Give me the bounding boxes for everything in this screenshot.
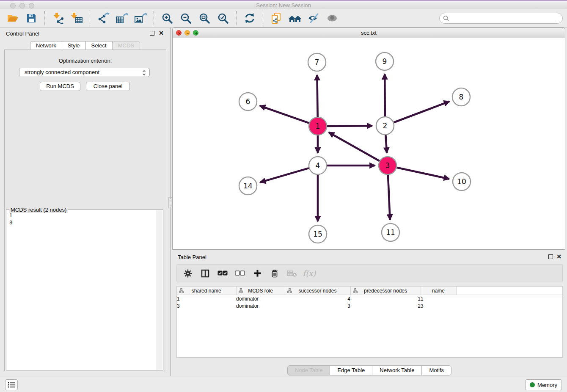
result-scrollbar[interactable] (157, 210, 162, 370)
column-tree-icon (287, 288, 292, 294)
column-header-mcds-role[interactable]: MCDS role (236, 287, 285, 295)
maximize-network-icon[interactable] (193, 30, 198, 36)
tab-node-table[interactable]: Node Table (287, 365, 330, 375)
task-history-button[interactable] (5, 379, 18, 390)
graph-node-4[interactable]: 4 (309, 157, 327, 174)
zoom-out-icon[interactable] (178, 11, 193, 25)
mcds-result-item: 1 (9, 212, 156, 219)
show-visual-properties-icon[interactable] (325, 11, 340, 25)
tab-network[interactable]: Network (30, 41, 62, 50)
minimize-window-icon[interactable] (19, 3, 25, 8)
import-network-icon[interactable] (50, 11, 66, 25)
status-bar: Memory (0, 376, 567, 392)
graph-node-10[interactable]: 10 (453, 173, 471, 190)
graph-edge-4-14[interactable] (260, 168, 309, 182)
graph-edge-3-11[interactable] (388, 175, 390, 220)
network-canvas[interactable]: 7968124314101511 (173, 38, 565, 249)
application-window: Session: New Session (0, 0, 567, 392)
graph-edge-2-9[interactable] (385, 74, 385, 116)
clone-network-icon[interactable] (269, 11, 284, 25)
export-network-icon[interactable] (96, 11, 111, 25)
column-header-name[interactable]: name (421, 287, 456, 295)
table-row[interactable]: 1 dominator 4 1 1 (177, 295, 562, 303)
mcds-result-group: MCDS result (2 nodes) 1 3 (6, 210, 163, 370)
tab-style[interactable]: Style (62, 41, 86, 50)
network-graph[interactable]: 7968124314101511 (173, 38, 565, 249)
svg-text:10: 10 (457, 177, 466, 186)
export-image-icon[interactable] (133, 11, 148, 25)
zoom-selected-icon[interactable] (215, 11, 231, 25)
toolbar-separator (90, 11, 90, 25)
graph-node-11[interactable]: 11 (382, 224, 399, 241)
export-table-icon[interactable] (114, 11, 129, 25)
table-panel-title: Table Panel (178, 254, 206, 260)
search-input[interactable] (451, 15, 562, 22)
apply-layout-icon[interactable] (242, 11, 257, 25)
svg-text:4: 4 (316, 161, 320, 170)
control-panel: Control Panel ✕ NetworkStyleSelectMCDS O… (0, 28, 171, 376)
hide-visual-properties-icon[interactable] (306, 11, 321, 25)
save-session-icon[interactable] (24, 11, 39, 25)
table-row[interactable]: 3 dominator 3 2 3 (177, 302, 562, 309)
column-tree-icon (179, 288, 184, 294)
add-row-icon[interactable] (252, 268, 262, 279)
graph-edge-2-8[interactable] (394, 102, 449, 123)
column-header-successor-nodes[interactable]: successor nodes (285, 287, 350, 295)
column-header-shared-name[interactable]: shared name (177, 287, 236, 295)
tab-select[interactable]: Select (85, 41, 113, 50)
graph-node-14[interactable]: 14 (239, 177, 257, 195)
mcds-result-list: 1 3 (7, 212, 156, 369)
network-window: scc.txt 7968124314101511 (172, 28, 565, 250)
graph-edge-3-1[interactable] (329, 133, 380, 161)
import-table-icon[interactable] (69, 11, 84, 25)
graph-edge-1-2[interactable] (327, 126, 372, 126)
graph-edge-3-10[interactable] (396, 168, 449, 179)
graph-edge-2-3[interactable] (385, 135, 387, 153)
close-table-panel-icon[interactable]: ✕ (556, 254, 561, 259)
table-options-icon[interactable] (183, 268, 193, 279)
show-column-panel-icon[interactable] (200, 268, 210, 279)
memory-button[interactable]: Memory (525, 379, 562, 390)
zoom-in-icon[interactable] (160, 11, 175, 25)
graph-edge-1-6[interactable] (260, 106, 309, 123)
maximize-window-icon[interactable] (29, 3, 34, 8)
open-session-icon[interactable] (5, 11, 20, 25)
svg-text:9: 9 (383, 57, 387, 66)
tab-mcds[interactable]: MCDS (112, 41, 140, 50)
tab-motifs[interactable]: Motifs (421, 365, 451, 375)
node-table: shared name MCDS role successor nodes pr… (176, 286, 563, 358)
close-network-icon[interactable] (176, 30, 182, 36)
close-panel-icon[interactable]: ✕ (159, 30, 164, 36)
dropdown-stepper-icon (142, 69, 146, 79)
graph-node-15[interactable]: 15 (309, 225, 327, 243)
window-title: Session: New Session (0, 1, 567, 9)
svg-text:15: 15 (313, 230, 322, 238)
criterion-dropdown[interactable]: strongly connected component (19, 68, 150, 77)
run-mcds-button[interactable]: Run MCDS (40, 82, 80, 91)
apply-function-icon[interactable]: f(x) (304, 268, 314, 279)
graph-node-7[interactable]: 7 (308, 53, 326, 71)
graph-node-9[interactable]: 9 (376, 52, 394, 70)
graph-node-1[interactable]: 1 (309, 117, 327, 135)
delete-selected-rows-icon[interactable] (270, 268, 280, 279)
network-window-titlebar[interactable]: scc.txt (173, 28, 565, 38)
minimize-network-icon[interactable] (184, 30, 190, 36)
zoom-fit-icon[interactable] (197, 11, 212, 25)
float-table-panel-icon[interactable] (548, 254, 553, 259)
tab-edge-table[interactable]: Edge Table (330, 365, 372, 375)
graph-edge-1-7[interactable] (317, 75, 317, 117)
close-window-icon[interactable] (10, 3, 16, 8)
search-field[interactable] (439, 13, 563, 24)
close-panel-button[interactable]: Close panel (86, 82, 130, 91)
graph-node-6[interactable]: 6 (239, 93, 257, 110)
tab-network-table[interactable]: Network Table (372, 365, 422, 375)
graph-node-2[interactable]: 2 (376, 117, 394, 135)
deselect-all-rows-icon[interactable] (235, 268, 245, 279)
graph-node-3[interactable]: 3 (379, 157, 396, 174)
select-all-rows-icon[interactable] (217, 268, 228, 279)
column-header-predecessor-nodes[interactable]: predecessor nodes (350, 287, 421, 295)
float-panel-icon[interactable] (150, 31, 154, 36)
delete-table-icon[interactable] (287, 268, 297, 279)
show-all-networks-icon[interactable] (287, 11, 303, 25)
graph-node-8[interactable]: 8 (452, 88, 470, 106)
